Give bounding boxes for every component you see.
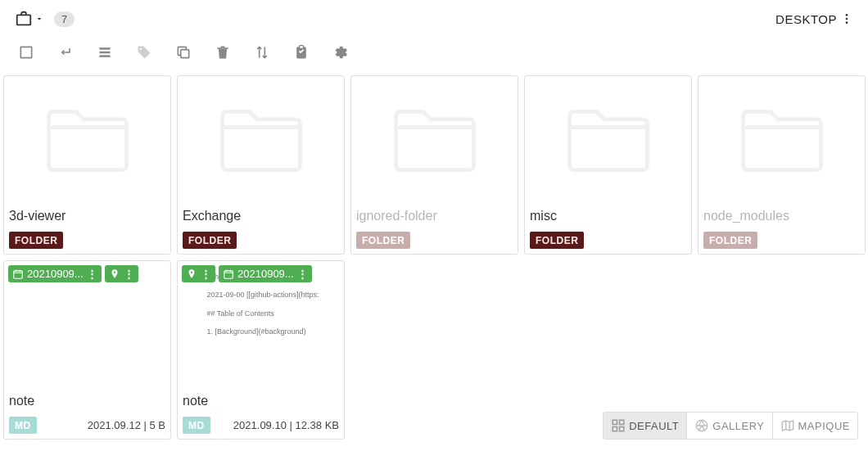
tag-icon [136, 44, 152, 61]
item-thumbnail [698, 76, 865, 201]
item-badges-row: FOLDER [703, 232, 860, 249]
type-badge: MD [9, 417, 37, 434]
view-mode-mapique[interactable]: MAPIQUE [773, 413, 857, 439]
map-icon [780, 418, 795, 433]
view-mode-switch: DEFAULT GALLERY MAPIQUE [603, 412, 858, 440]
type-badge: FOLDER [703, 232, 757, 249]
folder-icon [733, 100, 831, 178]
item-info: miscFOLDER [525, 201, 691, 254]
view-mode-default-label: DEFAULT [629, 420, 679, 432]
item-thumbnail [351, 76, 518, 201]
svg-rect-0 [17, 15, 31, 25]
item-badges-row: FOLDER [356, 232, 513, 249]
item-title: node_modules [703, 209, 860, 223]
svg-rect-11 [300, 46, 304, 48]
list-view-button[interactable] [97, 44, 113, 61]
assignment-button[interactable] [293, 44, 310, 61]
top-left-group: 7 [15, 10, 75, 28]
sort-button[interactable] [254, 44, 270, 61]
chip[interactable]: 20210909...⋮ [219, 265, 312, 282]
layout-mode-label: DESKTOP [775, 12, 837, 26]
settings-button[interactable] [332, 44, 349, 61]
view-mode-gallery[interactable]: GALLERY [687, 413, 772, 439]
item-info: noteMD2021.09.10 | 12.38 KB [178, 386, 344, 439]
svg-point-14 [191, 271, 192, 273]
item-card[interactable]: ExchangeFOLDER [177, 75, 345, 255]
item-meta: 2021.09.10 | 12.38 KB [233, 419, 339, 431]
item-card[interactable]: miscFOLDER [524, 75, 692, 255]
chip-more-icon: ⋮ [201, 268, 211, 280]
type-badge: FOLDER [530, 232, 584, 249]
copy-button[interactable] [175, 44, 192, 61]
chevron-down-icon [34, 14, 44, 24]
svg-point-3 [846, 21, 848, 24]
chip-more-icon: ⋮ [87, 268, 97, 280]
select-all-button[interactable] [18, 44, 34, 61]
svg-rect-4 [20, 47, 31, 57]
svg-point-1 [846, 14, 848, 16]
item-title: ignored-folder [356, 209, 513, 223]
svg-point-13 [114, 271, 115, 273]
item-count-badge: 7 [54, 11, 75, 27]
view-mode-default[interactable]: DEFAULT [604, 413, 687, 439]
item-card[interactable]: .tcha2021-09-00 [[github-actions](https:… [177, 260, 345, 440]
briefcase-icon [15, 10, 33, 28]
chip[interactable]: ⋮ [182, 265, 215, 282]
chip-row: 20210909...⋮⋮ [8, 265, 138, 282]
item-card[interactable]: 20210909...⋮⋮noteMD2021.09.12 | 5 B [3, 260, 171, 440]
item-card[interactable]: node_modulesFOLDER [698, 75, 866, 255]
chip[interactable]: ⋮ [105, 265, 138, 282]
type-badge: FOLDER [356, 232, 410, 249]
svg-rect-17 [620, 420, 624, 424]
view-mode-mapique-label: MAPIQUE [798, 420, 850, 432]
folder-icon [386, 100, 484, 178]
item-title: note [183, 394, 339, 408]
svg-rect-19 [620, 427, 624, 431]
chip-more-icon: ⋮ [124, 268, 134, 280]
clipboard-icon [293, 44, 310, 61]
item-badges-row: FOLDER [183, 232, 339, 249]
workspace-menu-button[interactable] [15, 10, 44, 28]
chip-more-icon: ⋮ [297, 268, 308, 280]
item-grid: 3d-viewerFOLDERExchangeFOLDERignored-fol… [0, 75, 868, 440]
item-thumbnail [525, 76, 691, 201]
delete-button[interactable] [215, 44, 231, 61]
svg-rect-16 [613, 420, 617, 424]
pin-icon [186, 268, 197, 280]
item-title: misc [530, 209, 686, 223]
item-meta: 2021.09.12 | 5 B [88, 419, 165, 431]
item-info: ignored-folderFOLDER [351, 201, 518, 254]
item-info: node_modulesFOLDER [698, 201, 865, 254]
layout-mode-button[interactable]: DESKTOP [775, 12, 853, 26]
svg-rect-5 [99, 47, 110, 50]
toolbar [0, 34, 868, 75]
item-badges-row: FOLDER [530, 232, 686, 249]
chip[interactable]: 20210909...⋮ [8, 265, 102, 282]
trash-icon [215, 44, 231, 61]
folder-icon [38, 100, 137, 178]
item-title: 3d-viewer [9, 209, 165, 223]
calendar-icon [12, 268, 24, 280]
item-thumbnail: .tcha2021-09-00 [[github-actions](https:… [178, 261, 344, 386]
svg-rect-12 [14, 270, 23, 277]
item-badges-row: MD2021.09.12 | 5 B [9, 417, 165, 434]
pin-icon [109, 268, 120, 280]
svg-rect-7 [99, 55, 110, 57]
item-info: ExchangeFOLDER [178, 201, 344, 254]
type-badge: FOLDER [183, 232, 237, 249]
tag-button[interactable] [136, 44, 152, 61]
list-icon [97, 44, 113, 61]
sort-icon [254, 44, 270, 61]
chip-text: 20210909... [27, 268, 84, 280]
copy-icon [175, 44, 192, 61]
item-card[interactable]: ignored-folderFOLDER [350, 75, 518, 255]
enter-button[interactable] [57, 44, 74, 61]
top-bar: 7 DESKTOP [0, 0, 868, 34]
chip-text: 20210909... [237, 268, 294, 280]
return-icon [57, 44, 74, 61]
folder-icon [212, 100, 310, 178]
item-card[interactable]: 3d-viewerFOLDER [3, 75, 171, 255]
svg-rect-6 [99, 52, 110, 54]
item-title: note [9, 394, 165, 408]
svg-rect-15 [224, 270, 233, 277]
